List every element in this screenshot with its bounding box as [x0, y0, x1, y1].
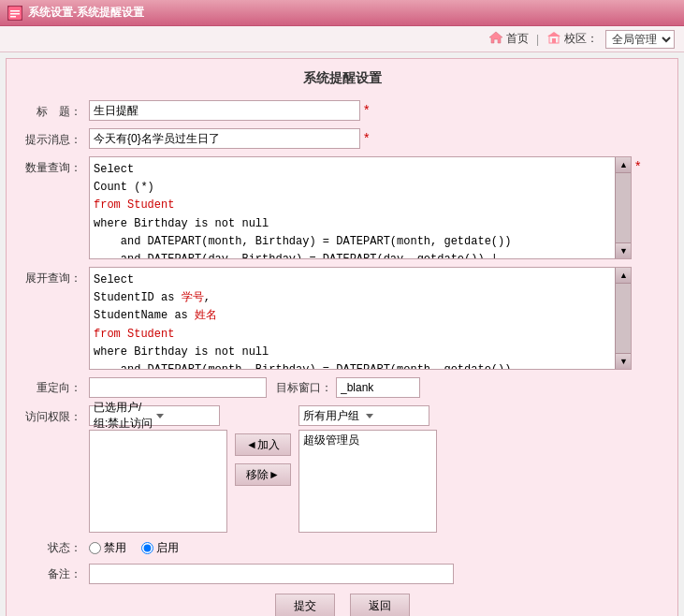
subject-row: 标 题： * — [14, 100, 670, 121]
section-title: 系统提醒设置 — [14, 66, 670, 91]
count-query-scroll-track — [616, 173, 631, 242]
access-right-dropdown-arrow — [364, 409, 425, 422]
remark-input[interactable] — [89, 564, 454, 584]
count-query-scroll-up[interactable]: ▲ — [616, 157, 632, 173]
expand-query-scroll-up[interactable]: ▲ — [616, 268, 632, 284]
count-query-textarea[interactable]: SelectCount (*)from Studentwhere Birthda… — [90, 157, 615, 258]
status-disabled-label: 禁用 — [104, 540, 126, 556]
nav-divider: | — [536, 33, 539, 46]
status-enabled-option[interactable]: 启用 — [141, 540, 179, 556]
access-left-listbox[interactable] — [89, 430, 227, 533]
subject-field: * — [89, 100, 670, 121]
message-label: 提示消息： — [14, 128, 89, 148]
status-enabled-radio[interactable] — [141, 542, 153, 554]
access-right-listbox[interactable]: 超级管理员 — [298, 430, 437, 533]
access-left-dropdown-label: 已选用户/组:禁止访问 — [94, 400, 154, 432]
status-disabled-option[interactable]: 禁用 — [89, 540, 126, 556]
message-required: * — [364, 128, 369, 145]
remark-label: 备注： — [14, 566, 89, 582]
count-query-box: SelectCount (*)from Studentwhere Birthda… — [89, 156, 632, 259]
target-input[interactable] — [336, 377, 420, 398]
status-label: 状态： — [14, 540, 89, 556]
access-left-dropdown[interactable]: 已选用户/组:禁止访问 — [89, 405, 220, 426]
expand-query-scrollbar: ▲ ▼ — [615, 268, 631, 369]
count-query-scrollbar: ▲ ▼ — [615, 157, 631, 258]
count-query-scroll-down[interactable]: ▼ — [616, 242, 632, 258]
access-left-dropdown-arrow — [154, 409, 215, 422]
subject-required: * — [364, 100, 369, 117]
redirect-input[interactable] — [89, 377, 267, 398]
school-nav-item[interactable]: 校区： — [546, 31, 598, 47]
status-radio-group: 禁用 启用 — [89, 540, 179, 556]
remark-row: 备注： — [14, 564, 670, 584]
top-nav: 首页 | 校区： 全局管理 校区1 — [0, 26, 684, 52]
svg-rect-2 — [10, 13, 20, 15]
subject-label: 标 题： — [14, 100, 89, 120]
access-right-column: 所有用户组 超级管理员 — [298, 405, 437, 533]
access-right-listbox-item[interactable]: 超级管理员 — [299, 431, 436, 450]
subject-input[interactable] — [89, 100, 360, 121]
status-disabled-radio[interactable] — [89, 542, 101, 554]
status-row: 状态： 禁用 启用 — [14, 540, 670, 556]
count-query-field: SelectCount (*)from Studentwhere Birthda… — [89, 156, 670, 259]
access-right-dropdown[interactable]: 所有用户组 — [298, 405, 429, 426]
redirect-row: 重定向： 目标窗口： — [14, 377, 670, 398]
title-bar-text: 系统设置-系统提醒设置 — [28, 5, 144, 21]
message-field: * — [89, 128, 670, 149]
access-left-column: 已选用户/组:禁止访问 — [89, 405, 227, 533]
svg-rect-7 — [552, 38, 556, 43]
svg-rect-3 — [10, 16, 16, 18]
access-buttons: ◄加入 移除► — [235, 405, 291, 486]
count-query-required: * — [635, 156, 640, 173]
submit-button[interactable]: 提交 — [275, 594, 335, 616]
svg-rect-1 — [10, 10, 20, 12]
svg-marker-6 — [547, 32, 560, 37]
redirect-label: 重定向： — [14, 380, 89, 396]
expand-query-scroll-down[interactable]: ▼ — [616, 353, 632, 369]
access-content: 已选用户/组:禁止访问 ◄加入 移除► 所有用户组 — [89, 405, 437, 533]
access-label: 访问权限： — [14, 405, 89, 425]
svg-marker-4 — [489, 32, 502, 43]
access-right-dropdown-row: 所有用户组 — [298, 405, 437, 426]
back-button[interactable]: 返回 — [350, 594, 410, 616]
school-icon — [546, 31, 561, 47]
count-query-label: 数量查询： — [14, 156, 89, 176]
count-query-row: 数量查询： SelectCount (*)from Studentwhere B… — [14, 156, 670, 259]
access-row: 访问权限： 已选用户/组:禁止访问 ◄加入 移除► — [14, 405, 670, 533]
message-input[interactable] — [89, 128, 360, 149]
expand-query-label: 展开查询： — [14, 267, 89, 286]
home-nav-item[interactable]: 首页 — [488, 31, 529, 47]
expand-query-row: 展开查询： SelectStudentID as 学号,StudentName … — [14, 267, 670, 370]
submit-row: 提交 返回 — [14, 594, 670, 616]
remove-button[interactable]: 移除► — [235, 463, 291, 486]
message-row: 提示消息： * — [14, 128, 670, 149]
home-icon — [488, 31, 503, 47]
home-label: 首页 — [506, 31, 529, 47]
status-enabled-label: 启用 — [156, 540, 179, 556]
add-button[interactable]: ◄加入 — [235, 433, 291, 456]
school-label: 校区： — [564, 31, 598, 47]
expand-query-textarea[interactable]: SelectStudentID as 学号,StudentName as 姓名f… — [90, 268, 615, 369]
expand-query-box: SelectStudentID as 学号,StudentName as 姓名f… — [89, 267, 632, 370]
app-icon — [7, 6, 22, 21]
expand-query-scroll-track — [616, 284, 631, 353]
school-select[interactable]: 全局管理 校区1 — [605, 30, 675, 49]
access-left-dropdown-row: 已选用户/组:禁止访问 — [89, 405, 227, 426]
title-bar: 系统设置-系统提醒设置 — [0, 0, 684, 26]
main-content: 系统提醒设置 标 题： * 提示消息： * 数量查询： SelectCount … — [6, 58, 678, 616]
target-label: 目标窗口： — [276, 380, 332, 396]
expand-query-field: SelectStudentID as 学号,StudentName as 姓名f… — [89, 267, 670, 370]
access-right-dropdown-label: 所有用户组 — [303, 408, 364, 424]
